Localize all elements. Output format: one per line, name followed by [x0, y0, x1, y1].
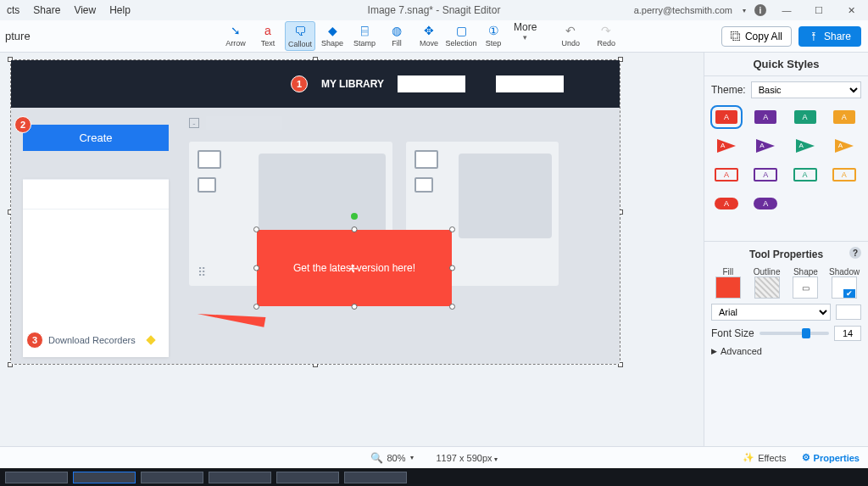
- window-title: Image 7.snag* - Snagit Editor: [368, 4, 501, 16]
- style-pill-purple[interactable]: A: [750, 193, 781, 214]
- chevron-right-icon: ▶: [711, 347, 717, 355]
- my-library-label: MY LIBRARY: [321, 78, 384, 90]
- tool-properties-panel: Tool Properties ? Fill Outline Shape▭ Sh…: [704, 241, 868, 363]
- tool-undo[interactable]: ↶Undo: [555, 21, 586, 49]
- quick-styles-panel: Quick Styles Theme: Basic A A A A A A A …: [704, 53, 868, 446]
- menu-help[interactable]: Help: [109, 4, 131, 16]
- canvas-dimensions[interactable]: 1197 x 590px▾: [436, 453, 497, 463]
- status-bar: 🔍80%▾ 1197 x 590px▾ ✨Effects ⚙Properties: [0, 446, 868, 468]
- tool-fill[interactable]: ◍Fill: [381, 21, 412, 49]
- outline-swatch[interactable]: [754, 277, 780, 299]
- tray-thumb[interactable]: [276, 472, 339, 483]
- style-pill-red[interactable]: A: [711, 193, 742, 214]
- style-callout-red[interactable]: A: [711, 107, 742, 127]
- step-2-badge: 2: [14, 116, 31, 133]
- user-email[interactable]: a.perry@techsmith.com: [634, 5, 732, 15]
- advanced-toggle[interactable]: ▶ Advanced: [711, 346, 861, 356]
- screenshot-content: 1 MY LIBRARY 2 Create 3: [11, 60, 620, 364]
- style-rect-teal[interactable]: A: [790, 165, 821, 185]
- tray-thumb[interactable]: [209, 472, 271, 483]
- copy-icon: ⿻: [731, 31, 741, 42]
- tool-callout[interactable]: 🗨Callout: [285, 21, 315, 51]
- font-color-swatch[interactable]: [836, 304, 861, 320]
- tray-thumb[interactable]: [141, 472, 203, 483]
- menu-view[interactable]: View: [74, 4, 96, 16]
- callout-icon: 🗨: [294, 24, 306, 39]
- quick-styles-title: Quick Styles: [704, 53, 868, 76]
- rotate-handle[interactable]: [351, 213, 358, 220]
- style-arrow-purple[interactable]: A: [750, 136, 781, 156]
- style-rect-red[interactable]: A: [711, 165, 742, 185]
- folder-icon: [198, 150, 221, 169]
- effects-icon: ✨: [743, 452, 754, 463]
- tool-properties-title: Tool Properties ?: [711, 245, 861, 264]
- shape-swatch[interactable]: ▭: [793, 277, 818, 299]
- menu-cts[interactable]: cts: [7, 4, 19, 16]
- style-callout-teal[interactable]: A: [790, 107, 821, 127]
- menu-bar: cts Share View Help: [0, 4, 131, 16]
- zoom-control[interactable]: 🔍80%▾: [370, 452, 414, 464]
- close-button[interactable]: ✕: [839, 3, 863, 18]
- tool-redo[interactable]: ↷Redo: [591, 21, 621, 49]
- anchor-diamond-icon: [146, 335, 155, 344]
- style-callout-orange[interactable]: A: [829, 107, 860, 127]
- style-arrow-teal[interactable]: A: [790, 136, 821, 156]
- style-rect-purple[interactable]: A: [750, 165, 781, 185]
- minimize-button[interactable]: —: [775, 3, 798, 18]
- style-rect-orange[interactable]: A: [829, 165, 860, 185]
- font-size-slider[interactable]: [760, 332, 829, 335]
- user-dropdown-icon[interactable]: ▾: [743, 7, 746, 14]
- shadow-swatch[interactable]: ✔: [832, 277, 857, 299]
- canvas-selection[interactable]: 1 MY LIBRARY 2 Create 3: [10, 59, 620, 365]
- tool-arrow[interactable]: ➘Arrow: [220, 21, 251, 49]
- effects-button[interactable]: ✨Effects: [743, 452, 786, 463]
- info-icon[interactable]: i: [754, 4, 766, 16]
- fill-swatch[interactable]: [715, 277, 741, 299]
- copy-all-button[interactable]: ⿻Copy All: [721, 26, 792, 47]
- callout-object[interactable]: Get the latest version here! ✢: [257, 230, 452, 306]
- help-icon[interactable]: ?: [849, 247, 861, 259]
- style-arrow-orange[interactable]: A: [829, 136, 860, 156]
- theme-select[interactable]: Basic: [751, 81, 861, 98]
- share-icon: ⭱: [809, 31, 819, 42]
- tool-shape[interactable]: ◆Shape: [317, 21, 348, 49]
- title-bar: cts Share View Help Image 7.snag* - Snag…: [0, 0, 868, 20]
- tool-stamp[interactable]: ⌸Stamp: [349, 21, 380, 49]
- tool-move[interactable]: ✥Move: [414, 21, 444, 49]
- move-icon: ✥: [424, 23, 434, 38]
- tool-text[interactable]: aText: [253, 21, 283, 49]
- canvas-area[interactable]: 1 MY LIBRARY 2 Create 3: [0, 53, 704, 446]
- tool-selection[interactable]: ▢Selection: [446, 21, 476, 49]
- font-select[interactable]: Arial: [711, 304, 831, 321]
- capture-label[interactable]: pture: [0, 30, 31, 42]
- theme-label: Theme:: [711, 84, 746, 96]
- properties-icon: ⚙: [802, 452, 810, 463]
- header-placeholder-2: [496, 75, 564, 92]
- font-size-input[interactable]: [834, 326, 861, 341]
- style-arrow-red[interactable]: A: [711, 136, 742, 156]
- step-1-badge: 1: [291, 75, 308, 92]
- shape-icon: ◆: [328, 23, 337, 38]
- center-anchor-icon[interactable]: ✢: [349, 263, 359, 273]
- redo-icon: ↷: [601, 23, 611, 38]
- fill-icon: ◍: [392, 23, 402, 38]
- tool-more[interactable]: More▾: [514, 21, 537, 42]
- folder-icon-2: [415, 150, 438, 169]
- font-size-label: Font Size: [711, 327, 754, 339]
- share-button[interactable]: ⭱Share: [798, 26, 861, 47]
- properties-button[interactable]: ⚙Properties: [802, 452, 860, 463]
- toolbar: pture ➘Arrow aText 🗨Callout ◆Shape ⌸Stam…: [0, 20, 868, 53]
- tray-thumb-active[interactable]: [73, 472, 136, 483]
- magnifier-icon: 🔍: [370, 452, 383, 464]
- menu-share[interactable]: Share: [33, 4, 60, 16]
- undo-icon: ↶: [565, 23, 576, 38]
- maximize-button[interactable]: ☐: [807, 3, 831, 18]
- stamp-icon: ⌸: [361, 23, 368, 38]
- thumbnail-tray[interactable]: [0, 468, 868, 486]
- tool-step[interactable]: ①Step: [478, 21, 509, 49]
- step-3-badge: 3: [26, 332, 43, 349]
- style-callout-purple[interactable]: A: [750, 107, 781, 127]
- tray-thumb[interactable]: [344, 472, 407, 483]
- create-button-ss: 2 Create: [23, 125, 169, 151]
- tray-thumb[interactable]: [5, 472, 68, 483]
